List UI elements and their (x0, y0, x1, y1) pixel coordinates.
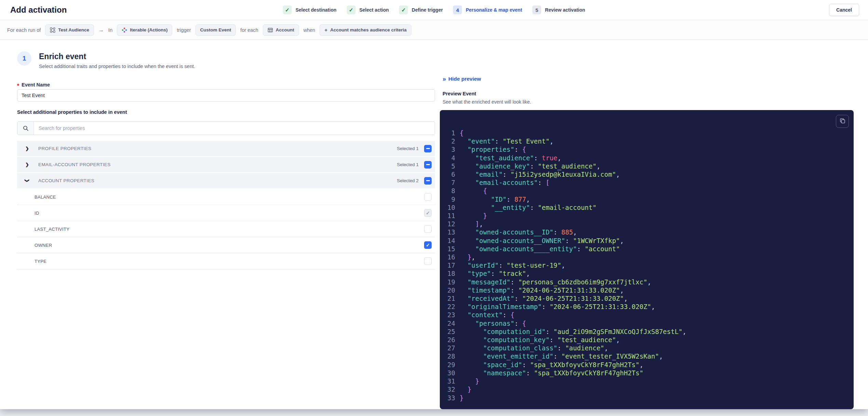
property-label: LAST_ACTIVITY (35, 227, 424, 232)
code-line: 24 "personas": { (440, 319, 854, 327)
code-text: "userId": "test-user-19", (460, 261, 565, 269)
code-line: 4 "test_audience": true, (440, 154, 854, 162)
property-label: ID (35, 211, 424, 216)
line-number: 10 (440, 203, 455, 212)
selected-count: Selected 2 (397, 178, 419, 183)
line-number: 28 (440, 352, 455, 360)
code-text: "timestamp": "2024-06-25T21:31:33.020Z", (460, 286, 624, 294)
step-number-badge: 4 (453, 5, 462, 14)
code-text: "email-accounts": [ (460, 178, 550, 187)
property-row-type[interactable]: TYPE (17, 253, 435, 269)
checkbox-unchecked[interactable] (424, 257, 432, 265)
code-line: 30 "namespace": "spa_tXXbfoyvCkY8rF47ghH… (440, 369, 854, 377)
property-label: BALANCE (35, 194, 424, 200)
code-text: ], (460, 220, 483, 228)
section-header: 1 Enrich event Select additional traits … (17, 51, 195, 69)
code-line: 26 "computation_key": "test_audience", (440, 336, 854, 344)
code-text: "owned-accounts__OWNER": "1WCWrTXfkp", (460, 237, 624, 245)
code-line: 32 } (440, 385, 854, 393)
group-header-profile-properties[interactable]: ❯PROFILE PROPERTIESSelected 1 (17, 141, 435, 156)
code-line: 22 "originalTimestamp": "2024-06-25T21:3… (440, 303, 854, 311)
property-row-balance[interactable]: BALANCE (17, 189, 435, 205)
line-number: 31 (440, 377, 455, 385)
group-checkbox-indeterminate[interactable] (424, 145, 432, 152)
section-number-badge: 1 (17, 51, 31, 66)
line-number: 18 (440, 269, 455, 278)
code-line: 19 "messageId": "personas_cb6zdbo6im9g7x… (440, 278, 854, 286)
property-row-id[interactable]: ID✓ (17, 205, 435, 221)
hide-preview-link[interactable]: » Hide preview (443, 76, 481, 82)
group-label: ACCOUNT PROPERTIES (38, 178, 94, 183)
step-label: Review activation (545, 7, 585, 13)
line-number: 25 (440, 327, 455, 336)
code-line: 23 "context": { (440, 311, 854, 319)
code-line: 7 "email-accounts": [ (440, 178, 854, 187)
property-row-last-activity[interactable]: LAST_ACTIVITY (17, 221, 435, 237)
cancel-button[interactable]: Cancel (829, 4, 859, 16)
preview-code-panel: 1{2 "event": "Test Event",3 "properties"… (440, 110, 854, 409)
code-text: "owned-accounts__ID": 885, (460, 228, 577, 236)
checkbox-unchecked[interactable] (424, 225, 432, 233)
selected-count: Selected 1 (397, 146, 419, 151)
step-label: Personalize & map event (466, 7, 522, 13)
code-line: 17 "userId": "test-user-19", (440, 261, 854, 269)
section-title: Enrich event (39, 52, 195, 61)
checkbox-unchecked[interactable] (424, 193, 432, 201)
code-text: { (460, 187, 487, 195)
code-text: "originalTimestamp": "2024-06-25T21:31:3… (460, 303, 655, 311)
property-row-owner[interactable]: OWNER✓ (17, 237, 435, 253)
group-checkbox-indeterminate[interactable] (424, 177, 432, 185)
copy-button[interactable] (836, 115, 849, 128)
code-text: "context": { (460, 311, 514, 319)
step-personalize-map-event[interactable]: 4Personalize & map event (453, 5, 522, 14)
checkbox-checked[interactable]: ✓ (424, 241, 432, 249)
required-dot-icon (17, 84, 19, 86)
code-line: 11 } (440, 212, 854, 220)
line-number: 22 (440, 303, 455, 311)
group-header-email-account-properties[interactable]: ❯EMAIL-ACCOUNT PROPERTIESSelected 1 (17, 157, 435, 172)
line-number: 15 (440, 245, 455, 253)
chevron-right-icon: ❯ (25, 162, 30, 167)
properties-search-input[interactable] (34, 122, 435, 135)
code-text: "email": "j15i2ysedp@k1euxaIVia.com", (460, 170, 620, 178)
code-text: "audience_key": "test_audience", (460, 162, 600, 170)
chevron-down-icon: ❯ (25, 178, 30, 183)
chevron-right-icon: ❯ (25, 146, 30, 151)
code-text: "namespace": "spa_tXXbfoyvCkY8rF47ghH2Ts… (460, 369, 643, 377)
code-text: "owned-accounts____entity": "account" (460, 245, 620, 253)
code-text: "space_id": "spa_tXXbfoyvCkY8rF47ghH2Ts"… (460, 361, 643, 369)
double-chevron-right-icon: » (443, 76, 445, 82)
code-line: 28 "event_emitter_id": "event_tester_IVX… (440, 352, 854, 360)
line-number: 16 (440, 253, 455, 261)
code-text: "computation_id": "aud_2iO9m2gSFmJNXCoQJ… (460, 327, 687, 336)
code-line: 25 "computation_id": "aud_2iO9m2gSFmJNXC… (440, 327, 854, 336)
group-checkbox-indeterminate[interactable] (424, 161, 432, 169)
line-number: 23 (440, 311, 455, 319)
preview-code: 1{2 "event": "Test Event",3 "properties"… (440, 129, 854, 402)
line-number: 11 (440, 212, 455, 220)
code-line: 29 "space_id": "spa_tXXbfoyvCkY8rF47ghH2… (440, 361, 854, 369)
line-number: 27 (440, 344, 455, 352)
line-number: 8 (440, 187, 455, 195)
selected-count: Selected 1 (397, 162, 419, 167)
code-text: }, (460, 253, 475, 261)
code-line: 1{ (440, 129, 854, 137)
line-number: 13 (440, 228, 455, 236)
code-text: "personas": { (460, 319, 526, 327)
code-line: 21 "receivedAt": "2024-06-25T21:31:33.02… (440, 294, 854, 303)
copy-icon (840, 118, 845, 125)
line-number: 5 (440, 162, 455, 170)
preview-subtitle: See what the enriched event will look li… (443, 99, 531, 105)
step-review-activation: 5Review activation (532, 5, 585, 14)
event-name-input[interactable] (17, 89, 435, 102)
group-header-account-properties[interactable]: ❯ACCOUNT PROPERTIESSelected 2 (17, 173, 435, 188)
properties-section-label: Select additional properties to include … (17, 109, 127, 115)
line-number: 3 (440, 145, 455, 153)
code-text: "properties": { (460, 145, 526, 153)
checkbox-checked-disabled[interactable]: ✓ (424, 209, 432, 217)
minus-icon (426, 180, 430, 181)
code-line: 18 "type": "track", (440, 269, 854, 278)
code-line: 14 "owned-accounts__OWNER": "1WCWrTXfkp"… (440, 237, 854, 245)
code-line: 10 "__entity": "email-account" (440, 203, 854, 212)
code-text: } (460, 377, 479, 385)
